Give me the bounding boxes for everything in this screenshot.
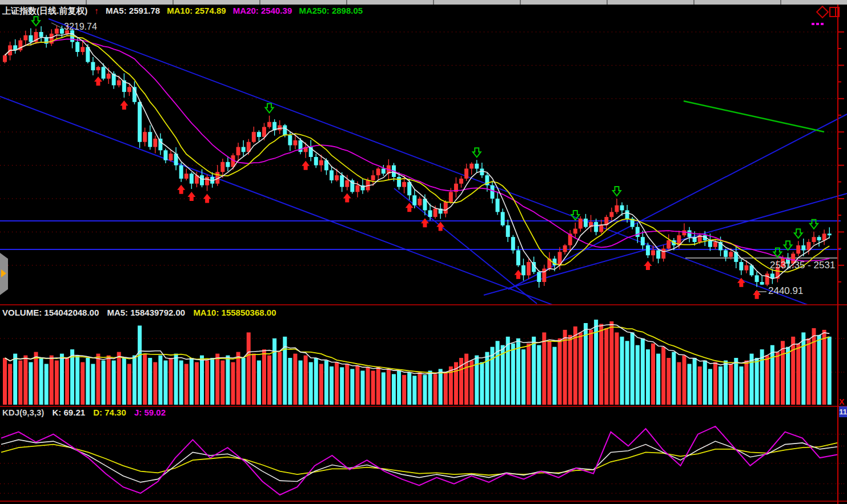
- kdj-k-label: K: 69.21: [53, 408, 86, 417]
- kdj-j-label: J: 59.02: [134, 408, 166, 417]
- more-options-icon[interactable]: [812, 17, 826, 19]
- split-window-icon[interactable]: [829, 7, 840, 17]
- trading-app-window: 上证指数(日线.前复权) ↑ MA5: 2591.78 MA10: 2574.8…: [0, 0, 847, 504]
- ma10-legend: MA10: 2574.89: [167, 6, 226, 15]
- chart-canvas[interactable]: [0, 0, 847, 504]
- volume-value-label: VOLUME: 154042048.00: [2, 308, 99, 317]
- low-price-label: 2440.91: [768, 285, 803, 297]
- ma20-legend: MA20: 2540.39: [233, 6, 292, 15]
- main-chart-header: 上证指数(日线.前复权) ↑ MA5: 2591.78 MA10: 2574.8…: [2, 6, 367, 17]
- kdj-title[interactable]: KDJ(9,3,3): [2, 408, 44, 417]
- sidebar-expand-handle[interactable]: [0, 253, 8, 295]
- current-price-label: 2531.35 - 2531: [770, 260, 835, 271]
- volume-header: VOLUME: 154042048.00 MA5: 158439792.00 M…: [2, 308, 282, 317]
- volume-ma5-label: MA5: 158439792.00: [107, 308, 185, 317]
- volume-ma10-label: MA10: 155850368.00: [193, 308, 276, 317]
- kdj-d-label: D: 74.30: [93, 408, 126, 417]
- peak-price-label: 3219.74: [64, 22, 97, 32]
- close-indicator-icon[interactable]: X: [839, 397, 844, 406]
- ma250-legend: MA250: 2898.05: [299, 6, 363, 15]
- instrument-title[interactable]: 上证指数(日线.前复权): [2, 6, 87, 15]
- period-badge[interactable]: 11: [839, 406, 847, 417]
- up-arrow-icon: ↑: [94, 6, 99, 15]
- expand-arrow-icon: [1, 269, 6, 277]
- kdj-header: KDJ(9,3,3) K: 69.21 D: 74.30 J: 59.02: [2, 408, 171, 417]
- ma5-legend: MA5: 2591.78: [106, 6, 160, 15]
